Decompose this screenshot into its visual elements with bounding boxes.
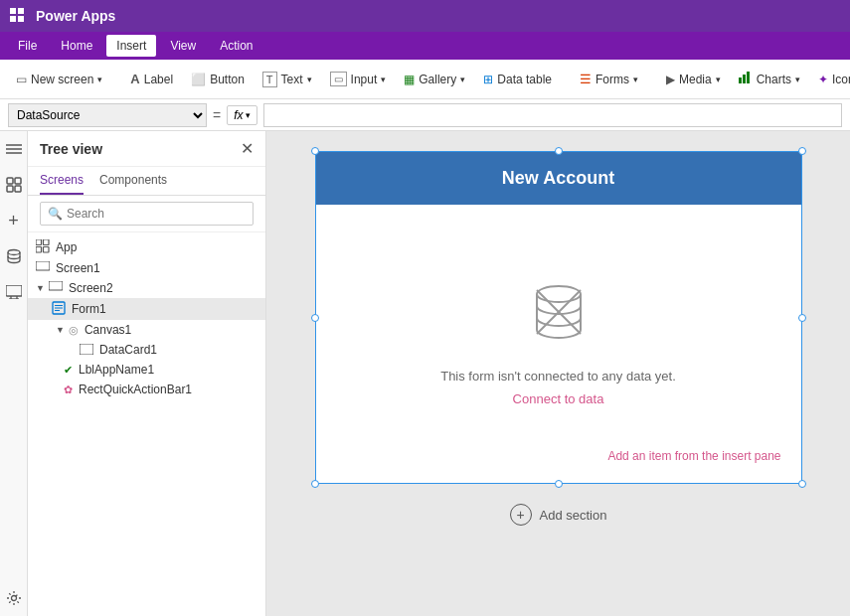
forms-caret: ▾ [633, 75, 638, 84]
tree-item-app[interactable]: App [28, 236, 265, 258]
lblappname1-label: LblAppName1 [79, 363, 257, 377]
form1-label: Form1 [72, 302, 246, 316]
svg-rect-24 [36, 261, 50, 270]
equals-sign: = [213, 107, 221, 123]
screen1-icon [36, 261, 50, 275]
label-button[interactable]: A Label [122, 68, 181, 90]
media-button[interactable]: ▶ Media ▾ [658, 69, 729, 90]
svg-rect-10 [7, 178, 13, 184]
main-area: + Tree view ✕ Screens Components 🔍 [0, 131, 850, 616]
svg-rect-11 [15, 178, 21, 184]
app-label: App [56, 240, 257, 254]
tab-components[interactable]: Components [99, 167, 167, 195]
svg-rect-3 [18, 16, 24, 22]
tree-item-form1[interactable]: Form1 ··· [28, 298, 265, 320]
menu-insert[interactable]: Insert [106, 35, 156, 57]
screen2-chevron: ▼ [36, 283, 45, 293]
form-canvas: New Account This fo [315, 151, 802, 484]
gallery-button[interactable]: ▦ Gallery ▾ [396, 69, 473, 90]
media-caret: ▾ [716, 75, 721, 84]
search-input[interactable] [40, 202, 254, 226]
tree-content: App Screen1 ▼ Screen2 [28, 232, 265, 616]
canvas1-chevron: ▼ [56, 325, 65, 335]
tree-item-lblappname1[interactable]: ✔ LblAppName1 [28, 360, 265, 380]
menu-view[interactable]: View [160, 35, 206, 57]
sidebar-add-icon[interactable]: + [4, 211, 24, 231]
button-button[interactable]: ⬜ Button [183, 69, 253, 90]
handle-ml[interactable] [311, 314, 319, 322]
handle-tl[interactable] [311, 147, 319, 155]
new-screen-button[interactable]: ▭ New screen ▾ [8, 69, 110, 90]
handle-bc[interactable] [555, 480, 563, 488]
svg-point-31 [537, 286, 581, 302]
svg-rect-2 [10, 16, 16, 22]
fx-button[interactable]: fx ▾ [227, 105, 256, 125]
sidebar-data-icon[interactable] [4, 246, 24, 266]
canvas1-icon: ◎ [69, 324, 79, 337]
input-label: Input [351, 73, 378, 86]
svg-rect-22 [36, 247, 42, 253]
form-header: New Account [316, 152, 801, 205]
canvas1-label: Canvas1 [85, 323, 257, 337]
tree-tabs: Screens Components [28, 167, 265, 196]
connect-to-data-link[interactable]: Connect to data [513, 391, 604, 406]
charts-button[interactable]: Charts ▾ [731, 68, 808, 90]
rectquickactionbar1-label: RectQuickActionBar1 [79, 383, 257, 396]
app-title: Power Apps [36, 8, 115, 24]
app-icon [36, 239, 50, 255]
formula-input[interactable] [263, 103, 842, 127]
handle-tr[interactable] [798, 147, 806, 155]
svg-point-14 [8, 250, 20, 255]
tree-item-canvas1[interactable]: ▼ ◎ Canvas1 [28, 320, 265, 340]
form-header-text: New Account [502, 168, 614, 188]
svg-rect-30 [80, 344, 93, 355]
sidebar-components-icon[interactable] [4, 175, 24, 195]
add-section[interactable]: + Add section [510, 504, 607, 526]
menu-home[interactable]: Home [51, 35, 102, 57]
datasource-select[interactable]: DataSource [8, 103, 207, 127]
form1-icon [52, 301, 66, 317]
tree-title: Tree view [40, 141, 102, 157]
app-grid-icon [8, 6, 28, 26]
forms-button[interactable]: ☰ Forms ▾ [572, 68, 646, 90]
svg-rect-20 [36, 239, 42, 245]
data-table-button[interactable]: ⊞ Data table [475, 69, 560, 90]
media-label: Media [679, 73, 712, 86]
icons-button[interactable]: ✦ Icons ▾ [810, 69, 850, 90]
tree-item-screen2[interactable]: ▼ Screen2 [28, 278, 265, 298]
sidebar-settings-icon[interactable] [4, 588, 24, 608]
forms-label: Forms [595, 73, 629, 86]
input-icon: ▭ [330, 72, 347, 86]
tab-screens[interactable]: Screens [40, 167, 84, 195]
tree-panel: Tree view ✕ Screens Components 🔍 App [28, 131, 266, 616]
gallery-label: Gallery [419, 73, 456, 86]
sidebar-screens-icon[interactable] [4, 282, 24, 302]
menu-bar: File Home Insert View Action [0, 32, 850, 60]
tree-close-icon[interactable]: ✕ [241, 139, 254, 158]
canvas-area: New Account This fo [266, 131, 850, 616]
svg-rect-15 [6, 285, 22, 296]
svg-rect-1 [18, 8, 24, 14]
icons-label: Icons [832, 73, 850, 86]
sidebar-menu-icon[interactable] [4, 139, 24, 159]
input-button[interactable]: ▭ Input ▾ [322, 68, 395, 90]
form-body: This form isn't connected to any data ye… [316, 205, 801, 483]
menu-action[interactable]: Action [210, 35, 262, 57]
text-button[interactable]: T Text ▾ [255, 68, 320, 91]
handle-bl[interactable] [311, 480, 319, 488]
tree-item-datacard1[interactable]: DataCard1 [28, 340, 265, 360]
toolbar: ▭ New screen ▾ A Label ⬜ Button T Text ▾… [0, 60, 850, 99]
add-item-text: Add an item from the insert pane [607, 449, 780, 463]
handle-tc[interactable] [555, 147, 563, 155]
input-caret: ▾ [381, 75, 386, 84]
handle-mr[interactable] [798, 314, 806, 322]
data-table-icon: ⊞ [483, 73, 493, 86]
rectquickactionbar1-icon: ✿ [64, 384, 73, 396]
tree-header: Tree view ✕ [28, 131, 265, 167]
button-label: Button [210, 73, 245, 86]
tree-item-screen1[interactable]: Screen1 [28, 258, 265, 278]
svg-rect-25 [49, 281, 63, 290]
tree-item-rectquickactionbar1[interactable]: ✿ RectQuickActionBar1 [28, 380, 265, 399]
handle-br[interactable] [798, 480, 806, 488]
menu-file[interactable]: File [8, 35, 47, 57]
